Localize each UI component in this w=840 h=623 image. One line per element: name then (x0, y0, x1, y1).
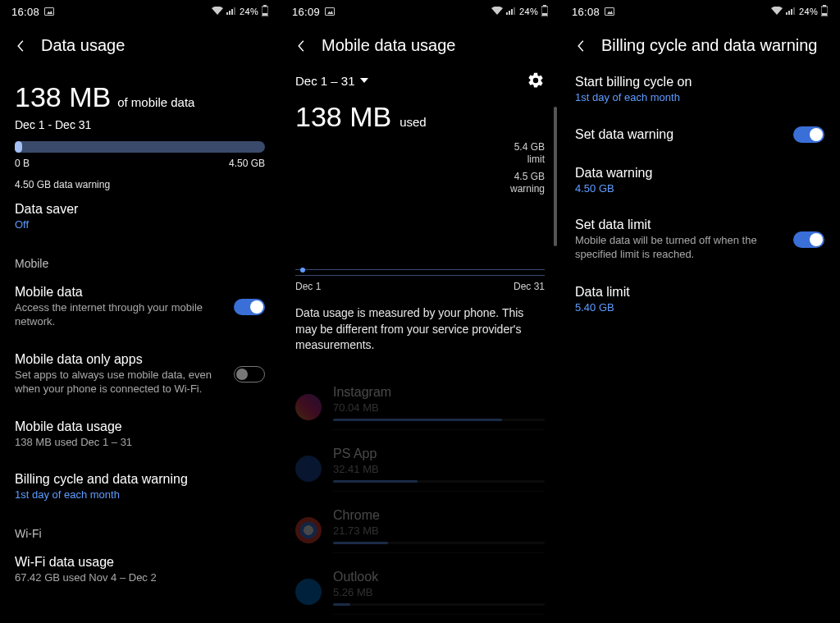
scroll-indicator[interactable] (554, 107, 557, 246)
status-bar: 16:08 24% (0, 0, 280, 23)
svg-rect-8 (509, 11, 510, 15)
mobile-data-toggle[interactable] (234, 299, 265, 315)
warning-note: 4.50 GB data warning (15, 179, 265, 190)
row-mobile-data-only[interactable]: Mobile data only apps Set apps to always… (15, 341, 265, 408)
app-row[interactable]: Outlook5.26 MB (281, 561, 559, 623)
wifi-usage-label: Wi-Fi data usage (15, 555, 265, 570)
chart-start: Dec 1 (295, 281, 321, 292)
svg-rect-10 (514, 7, 515, 15)
svg-rect-1 (229, 11, 231, 15)
app-row[interactable]: PS App32.41 MB (281, 438, 559, 500)
mobile-data-only-sub: Set apps to always use mobile data, even… (15, 369, 226, 396)
battery-icon (821, 5, 828, 18)
app-name: Outlook (333, 570, 545, 584)
row-set-limit[interactable]: Set data limit Mobile data will be turne… (575, 206, 824, 273)
wifi-icon (491, 7, 503, 16)
row-mobile-data[interactable]: Mobile data Access the internet through … (15, 273, 265, 341)
mobile-data-only-toggle[interactable] (234, 366, 265, 383)
wifi-icon (212, 7, 223, 16)
app-row[interactable]: Chrome21.73 MB (281, 500, 559, 561)
row-billing[interactable]: Billing cycle and data warning 1st day o… (15, 460, 265, 512)
data-warn-label: Data warning (575, 166, 824, 181)
set-warn-label: Set data warning (575, 127, 673, 142)
gear-icon[interactable] (527, 71, 545, 89)
data-limit-value: 5.40 GB (575, 301, 824, 314)
clock: 16:08 (572, 6, 600, 18)
screenshot-icon (325, 7, 335, 16)
data-warn-value: 4.50 GB (575, 182, 824, 195)
app-amount: 21.73 MB (333, 525, 545, 537)
billing-sub: 1st day of each month (15, 488, 265, 501)
battery-pct: 24% (799, 7, 818, 16)
set-limit-label: Set data limit (575, 218, 785, 232)
mobile-usage-label: Mobile data usage (15, 419, 265, 434)
screenshot-icon (44, 7, 54, 16)
app-usage-bar (333, 542, 545, 544)
row-wifi-usage[interactable]: Wi-Fi data usage 67.42 GB used Nov 4 – D… (15, 543, 265, 597)
section-wifi: Wi-Fi (15, 512, 265, 543)
row-mobile-usage[interactable]: Mobile data usage 138 MB used Dec 1 – 31 (15, 408, 265, 461)
svg-rect-9 (511, 9, 513, 15)
signal-icon (506, 7, 516, 16)
usage-summary: 138 MB used (281, 94, 559, 133)
page-header: Data usage (0, 23, 280, 63)
app-usage-bar (333, 480, 545, 483)
section-mobile: Mobile (15, 242, 265, 273)
row-data-warning[interactable]: Data warning 4.50 GB (575, 154, 824, 206)
svg-rect-7 (506, 12, 508, 15)
svg-rect-0 (226, 12, 228, 15)
row-data-limit[interactable]: Data limit 5.40 GB (575, 273, 824, 325)
back-icon[interactable] (15, 40, 26, 52)
app-amount: 32.41 MB (333, 463, 545, 475)
set-limit-toggle[interactable] (793, 231, 824, 248)
app-usage-bar (333, 419, 545, 421)
usage-summary: 138 MB of mobile data (15, 81, 265, 113)
app-icon (295, 394, 322, 420)
row-set-warning[interactable]: Set data warning (575, 115, 824, 154)
back-icon[interactable] (575, 40, 587, 52)
svg-rect-16 (791, 9, 792, 15)
back-icon[interactable] (295, 40, 307, 52)
status-bar: 16:08 24% (560, 0, 839, 23)
page-header: Mobile data usage (281, 23, 559, 63)
app-icon (295, 579, 322, 605)
measurement-note: Data usage is measured by your phone. Th… (295, 305, 545, 354)
app-amount: 5.26 MB (333, 586, 545, 598)
bar-max: 4.50 GB (229, 158, 265, 169)
clock: 16:09 (292, 6, 320, 18)
wifi-usage-sub: 67.42 GB used Nov 4 – Dec 2 (15, 571, 265, 585)
mobile-data-label: Mobile data (15, 285, 234, 300)
battery-pct: 24% (240, 7, 258, 16)
app-icon (295, 517, 322, 543)
app-usage-bar (333, 603, 545, 606)
svg-rect-20 (822, 13, 827, 16)
row-start-billing[interactable]: Start billing cycle on 1st day of each m… (575, 63, 824, 115)
usage-bar (15, 141, 265, 153)
row-data-saver[interactable]: Data saver Off (15, 190, 265, 242)
usage-chart: Dec 1 Dec 31 (295, 269, 545, 292)
clock: 16:08 (11, 6, 39, 18)
usage-suffix: used (399, 115, 427, 129)
date-range: Dec 1 - Dec 31 (15, 118, 265, 131)
battery-pct: 24% (519, 7, 538, 16)
svg-rect-13 (542, 13, 547, 16)
signal-icon (786, 7, 796, 16)
app-row[interactable]: Instagram70.04 MB (281, 377, 559, 438)
warning-line: 4.5 GB warning (295, 171, 545, 195)
data-limit-label: Data limit (575, 285, 824, 300)
battery-icon (541, 5, 548, 18)
screenshot-icon (605, 7, 614, 16)
app-name: Chrome (333, 508, 545, 523)
caret-down-icon (360, 78, 368, 83)
set-warn-toggle[interactable] (793, 126, 824, 143)
period-selector[interactable]: Dec 1 – 31 (295, 74, 368, 88)
svg-rect-15 (788, 11, 790, 15)
limit-line: 5.4 GB limit (295, 141, 545, 166)
page-title: Billing cycle and data warning (601, 36, 818, 55)
mobile-usage-sub: 138 MB used Dec 1 – 31 (15, 436, 265, 450)
app-name: PS App (333, 447, 545, 461)
mobile-data-sub: Access the internet through your mobile … (15, 301, 234, 329)
svg-rect-6 (262, 13, 267, 16)
svg-rect-2 (231, 9, 233, 15)
billing-label: Billing cycle and data warning (15, 472, 265, 487)
